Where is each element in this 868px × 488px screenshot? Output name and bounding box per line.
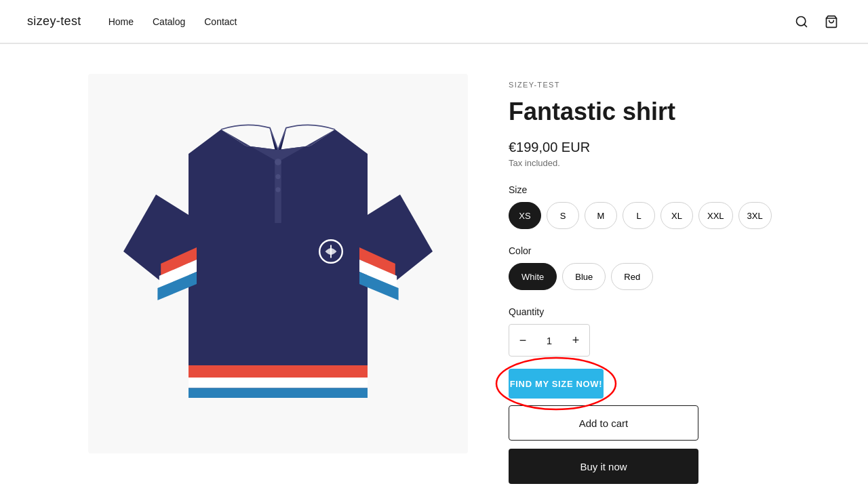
color-red[interactable]: Red	[611, 263, 653, 290]
tax-note: Tax included.	[509, 158, 780, 168]
main-content: SIZEY-TEST Fantastic shirt €199,00 EUR T…	[61, 60, 807, 488]
quantity-value: 1	[536, 335, 562, 346]
size-l[interactable]: L	[623, 202, 655, 229]
header: sizey-test Home Catalog Contact	[0, 0, 868, 43]
size-options: XS S M L XL XXL 3XL	[509, 202, 780, 229]
size-xxl[interactable]: XXL	[698, 202, 733, 229]
product-info: SIZEY-TEST Fantastic shirt €199,00 EUR T…	[509, 74, 780, 488]
size-s[interactable]: S	[547, 202, 579, 229]
color-white[interactable]: White	[509, 263, 557, 290]
product-price: €199,00 EUR	[509, 140, 780, 155]
main-nav: Home Catalog Contact	[108, 16, 792, 27]
quantity-decrease[interactable]: −	[509, 325, 536, 356]
vendor-label: SIZEY-TEST	[509, 81, 780, 89]
nav-catalog[interactable]: Catalog	[153, 16, 185, 27]
search-icon	[795, 15, 808, 28]
color-blue[interactable]: Blue	[562, 263, 606, 290]
shirt-svg	[115, 87, 441, 440]
find-size-wrapper: FIND MY SIZE NOW!	[509, 369, 698, 399]
product-image	[115, 87, 441, 440]
quantity-label: Quantity	[509, 306, 780, 317]
svg-line-1	[804, 24, 807, 26]
product-gallery	[88, 74, 468, 453]
svg-point-5	[275, 174, 280, 179]
product-layout: SIZEY-TEST Fantastic shirt €199,00 EUR T…	[88, 74, 780, 488]
cart-icon	[825, 15, 838, 28]
size-m[interactable]: M	[585, 202, 617, 229]
svg-point-4	[275, 159, 281, 165]
logo[interactable]: sizey-test	[27, 14, 81, 28]
add-to-cart-button[interactable]: Add to cart	[509, 405, 698, 441]
header-divider	[0, 43, 868, 44]
size-xl[interactable]: XL	[660, 202, 693, 229]
nav-contact[interactable]: Contact	[204, 16, 237, 27]
header-icons	[792, 12, 841, 31]
product-title: Fantastic shirt	[509, 97, 780, 126]
cart-button[interactable]	[822, 12, 841, 31]
quantity-increase[interactable]: +	[562, 325, 589, 356]
size-xs[interactable]: XS	[509, 202, 541, 229]
size-label: Size	[509, 184, 780, 195]
nav-home[interactable]: Home	[108, 16, 134, 27]
color-label: Color	[509, 245, 780, 256]
find-size-button[interactable]: FIND MY SIZE NOW!	[509, 369, 604, 399]
quantity-control: − 1 +	[509, 324, 590, 357]
search-button[interactable]	[792, 12, 811, 31]
color-options: White Blue Red	[509, 263, 780, 290]
svg-point-6	[275, 187, 280, 192]
size-3xl[interactable]: 3XL	[738, 202, 772, 229]
buy-now-button[interactable]: Buy it now	[509, 449, 698, 484]
